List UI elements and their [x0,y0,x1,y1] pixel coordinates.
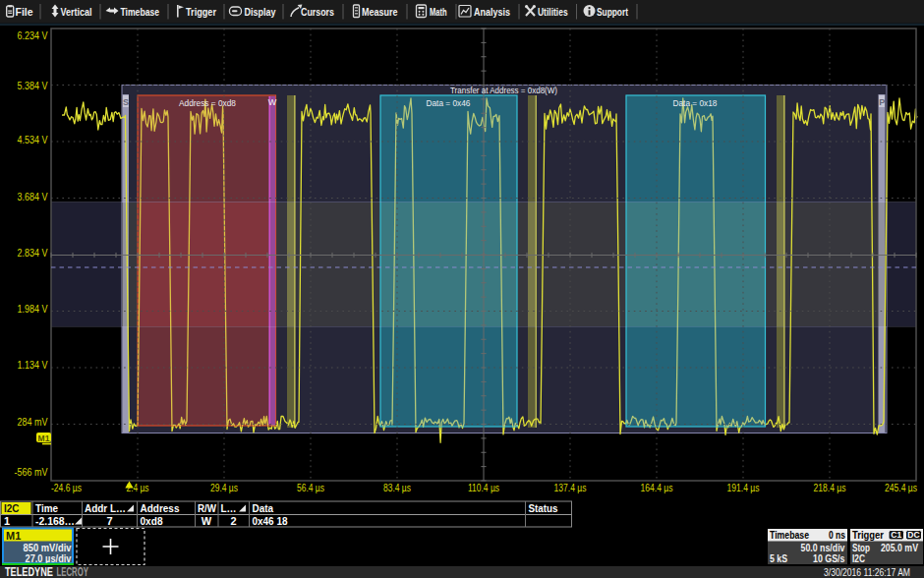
svg-text:284 mV: 284 mV [18,417,48,428]
svg-text:Math: Math [430,6,447,18]
svg-text:Address: Address [141,502,180,514]
svg-text:DC: DC [907,530,919,540]
svg-text:1.134 V: 1.134 V [18,360,48,371]
svg-text:29.4 µs: 29.4 µs [210,483,238,493]
svg-text:7: 7 [106,515,112,527]
svg-text:-24.6 µs: -24.6 µs [51,483,82,493]
svg-text:137.4 µs: 137.4 µs [554,483,587,493]
svg-text:Data = 0x46: Data = 0x46 [427,98,471,108]
svg-text:Vertical: Vertical [61,6,92,18]
svg-text:110.4 µs: 110.4 µs [468,483,499,493]
svg-text:1.984 V: 1.984 V [18,304,48,315]
svg-text:Trigger: Trigger [186,6,217,18]
svg-text:Timebase: Timebase [121,6,160,18]
svg-text:I2C: I2C [852,552,865,564]
svg-text:M1: M1 [38,434,50,443]
svg-text:1: 1 [4,515,10,527]
svg-text:0xd8: 0xd8 [141,515,163,527]
svg-text:Analysis: Analysis [474,6,510,18]
svg-text:Data: Data [253,502,274,514]
svg-text:Display: Display [245,6,277,18]
svg-text:-566 mV: -566 mV [15,467,48,478]
svg-text:Time: Time [35,502,58,514]
svg-text:245.4 µs: 245.4 µs [885,483,917,493]
svg-text:M1: M1 [6,530,21,542]
svg-text:P: P [879,97,885,107]
svg-text:Timebase: Timebase [770,529,809,541]
svg-text:5 kS: 5 kS [770,552,787,564]
svg-text:W: W [202,515,212,527]
svg-text:0x46 18: 0x46 18 [253,515,288,527]
svg-text:TELEDYNE: TELEDYNE [5,565,53,578]
svg-text:S: S [123,97,129,107]
svg-text:6.234 V: 6.234 V [18,30,48,41]
svg-text:-2.168…: -2.168… [35,515,75,527]
svg-text:LECROY: LECROY [57,565,89,578]
svg-text:2.4 µs: 2.4 µs [127,483,149,493]
svg-text:I2C: I2C [4,502,20,514]
svg-text:Trigger: Trigger [852,529,885,541]
svg-text:Utilities: Utilities [538,6,568,18]
svg-text:2: 2 [230,515,236,527]
svg-text:83.4 µs: 83.4 µs [383,483,411,493]
svg-text:Data = 0x18: Data = 0x18 [673,98,718,108]
svg-text:Support: Support [597,6,628,18]
svg-text:Cursors: Cursors [301,6,334,18]
svg-text:Addr L…: Addr L… [85,502,126,514]
svg-text:Address = 0xd8: Address = 0xd8 [179,98,236,108]
svg-text:File: File [16,6,33,18]
svg-text:5.384 V: 5.384 V [18,81,48,91]
svg-text:L…: L… [221,502,237,514]
svg-text:3.684 V: 3.684 V [18,192,48,202]
svg-text:164.4 µs: 164.4 µs [641,483,673,493]
svg-text:27.0 µs/div: 27.0 µs/div [26,552,73,564]
svg-text:56.4 µs: 56.4 µs [297,483,324,493]
svg-text:205.0 mV: 205.0 mV [881,542,919,553]
svg-text:Transfer at Address = 0xd8(W): Transfer at Address = 0xd8(W) [450,85,557,95]
svg-text:Status: Status [529,502,558,514]
svg-text:R/W: R/W [198,502,217,514]
svg-text:2.834 V: 2.834 V [18,248,48,259]
svg-text:3/30/2016 11:26:17 AM: 3/30/2016 11:26:17 AM [824,566,910,578]
svg-text:10 GS/s: 10 GS/s [813,552,845,564]
svg-text:0 ns: 0 ns [829,529,845,541]
svg-text:4.534 V: 4.534 V [18,135,48,145]
svg-text:C1: C1 [891,530,901,540]
svg-text:W: W [268,97,277,107]
svg-text:218.4 µs: 218.4 µs [814,483,846,493]
svg-text:Measure: Measure [362,6,398,18]
svg-text:191.4 µs: 191.4 µs [727,483,760,493]
